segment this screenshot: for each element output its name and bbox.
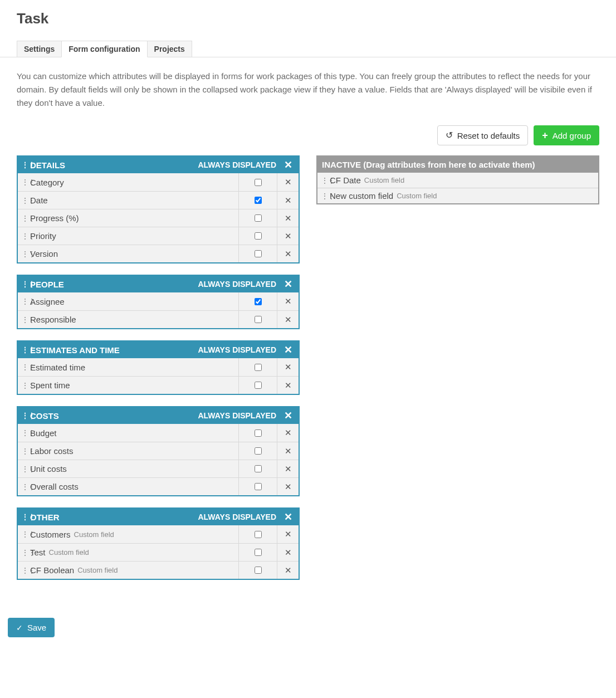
remove-attribute-icon[interactable]: [277, 209, 299, 227]
drag-handle-icon[interactable]: [21, 214, 27, 222]
always-displayed-cell: [238, 544, 277, 561]
attribute-name-cell: Version: [18, 247, 238, 261]
always-displayed-checkbox[interactable]: [255, 250, 262, 257]
page-title: Task: [17, 10, 599, 27]
attribute-name: Category: [30, 178, 64, 187]
drag-handle-icon[interactable]: [21, 197, 27, 204]
remove-group-icon[interactable]: [282, 160, 294, 170]
remove-attribute-icon[interactable]: [277, 227, 299, 245]
always-displayed-checkbox[interactable]: [255, 214, 262, 222]
tab-settings[interactable]: Settings: [17, 41, 62, 57]
drag-handle-icon[interactable]: [21, 483, 27, 491]
drag-handle-icon[interactable]: [21, 232, 27, 240]
add-group-button[interactable]: + Add group: [534, 125, 599, 145]
save-button[interactable]: ✓ Save: [8, 618, 55, 637]
group-title: ESTIMATES AND TIME: [30, 345, 198, 355]
always-displayed-checkbox[interactable]: [255, 316, 262, 323]
remove-attribute-icon[interactable]: [277, 562, 299, 579]
drag-handle-icon[interactable]: [21, 250, 27, 258]
drag-handle-icon[interactable]: [21, 465, 27, 473]
always-displayed-checkbox[interactable]: [255, 232, 262, 240]
remove-attribute-icon[interactable]: [277, 358, 299, 376]
remove-group-icon[interactable]: [282, 345, 294, 355]
undo-icon: ↺: [446, 131, 453, 140]
attribute-name-cell: Category: [18, 175, 238, 189]
always-displayed-checkbox[interactable]: [255, 447, 262, 455]
drag-handle-icon[interactable]: [21, 513, 27, 521]
drag-handle-icon[interactable]: [21, 161, 27, 169]
remove-attribute-icon[interactable]: [277, 424, 299, 442]
attribute-name-cell: Labor costs: [18, 444, 238, 458]
attribute-name: New custom field: [330, 191, 393, 201]
attribute-row: Category: [18, 173, 299, 191]
remove-attribute-icon[interactable]: [277, 192, 299, 209]
remove-group-icon[interactable]: [282, 411, 294, 421]
attribute-row: CustomersCustom field: [18, 525, 299, 543]
tab-form-configuration[interactable]: Form configuration: [61, 41, 147, 57]
attribute-name-cell: Date: [18, 193, 238, 207]
remove-attribute-icon[interactable]: [277, 525, 299, 543]
drag-handle-icon[interactable]: [21, 178, 27, 186]
inactive-attribute-row[interactable]: New custom fieldCustom field: [317, 188, 598, 203]
always-displayed-checkbox[interactable]: [255, 465, 262, 472]
attribute-name-cell: CustomersCustom field: [18, 528, 238, 541]
remove-attribute-icon[interactable]: [277, 544, 299, 561]
remove-attribute-icon[interactable]: [277, 311, 299, 328]
always-displayed-checkbox[interactable]: [255, 549, 262, 556]
remove-attribute-icon[interactable]: [277, 377, 299, 394]
always-displayed-cell: [238, 358, 277, 376]
drag-handle-icon[interactable]: [21, 549, 27, 557]
drag-handle-icon[interactable]: [21, 297, 27, 305]
always-displayed-checkbox[interactable]: [255, 364, 262, 371]
attribute-row: Responsible: [18, 310, 299, 328]
reset-label: Reset to defaults: [457, 131, 520, 140]
always-displayed-cell: [238, 292, 277, 310]
reset-to-defaults-button[interactable]: ↺ Reset to defaults: [437, 125, 529, 145]
always-displayed-checkbox[interactable]: [255, 382, 262, 389]
drag-handle-icon[interactable]: [321, 192, 326, 200]
attribute-name: Version: [30, 249, 58, 258]
always-displayed-checkbox[interactable]: [255, 567, 262, 574]
attribute-row: CF BooleanCustom field: [18, 561, 299, 579]
drag-handle-icon[interactable]: [21, 316, 27, 324]
attribute-name-cell: Budget: [18, 426, 238, 440]
attribute-row: Date: [18, 191, 299, 209]
attribute-row: Priority: [18, 227, 299, 245]
always-displayed-checkbox[interactable]: [255, 179, 262, 186]
always-displayed-checkbox[interactable]: [255, 483, 262, 490]
remove-attribute-icon[interactable]: [277, 245, 299, 262]
attribute-name: CF Date: [330, 175, 361, 185]
attribute-name-cell: CF BooleanCustom field: [18, 563, 238, 577]
group-header: DETAILSALWAYS DISPLAYED: [18, 157, 299, 173]
remove-group-icon[interactable]: [282, 279, 294, 289]
drag-handle-icon[interactable]: [21, 447, 27, 455]
remove-attribute-icon[interactable]: [277, 478, 299, 495]
tab-projects[interactable]: Projects: [147, 41, 192, 57]
attribute-row: Progress (%): [18, 209, 299, 227]
remove-group-icon[interactable]: [282, 512, 294, 522]
always-displayed-label: ALWAYS DISPLAYED: [198, 280, 282, 289]
drag-handle-icon[interactable]: [21, 567, 27, 574]
attribute-subtype: Custom field: [364, 176, 404, 184]
attribute-row: Overall costs: [18, 477, 299, 495]
attribute-row: Budget: [18, 424, 299, 442]
always-displayed-cell: [238, 311, 277, 328]
remove-attribute-icon[interactable]: [277, 442, 299, 460]
drag-handle-icon[interactable]: [21, 346, 27, 354]
attribute-row: Unit costs: [18, 460, 299, 477]
drag-handle-icon[interactable]: [21, 412, 27, 419]
drag-handle-icon[interactable]: [21, 429, 27, 437]
drag-handle-icon[interactable]: [21, 382, 27, 389]
always-displayed-checkbox[interactable]: [255, 531, 262, 538]
remove-attribute-icon[interactable]: [277, 292, 299, 310]
drag-handle-icon[interactable]: [21, 363, 27, 371]
remove-attribute-icon[interactable]: [277, 460, 299, 477]
always-displayed-checkbox[interactable]: [255, 298, 262, 305]
always-displayed-checkbox[interactable]: [255, 197, 262, 204]
drag-handle-icon[interactable]: [321, 177, 326, 184]
drag-handle-icon[interactable]: [21, 530, 27, 538]
inactive-attribute-row[interactable]: CF DateCustom field: [317, 173, 598, 188]
always-displayed-checkbox[interactable]: [255, 429, 262, 437]
remove-attribute-icon[interactable]: [277, 173, 299, 191]
drag-handle-icon[interactable]: [21, 280, 27, 288]
